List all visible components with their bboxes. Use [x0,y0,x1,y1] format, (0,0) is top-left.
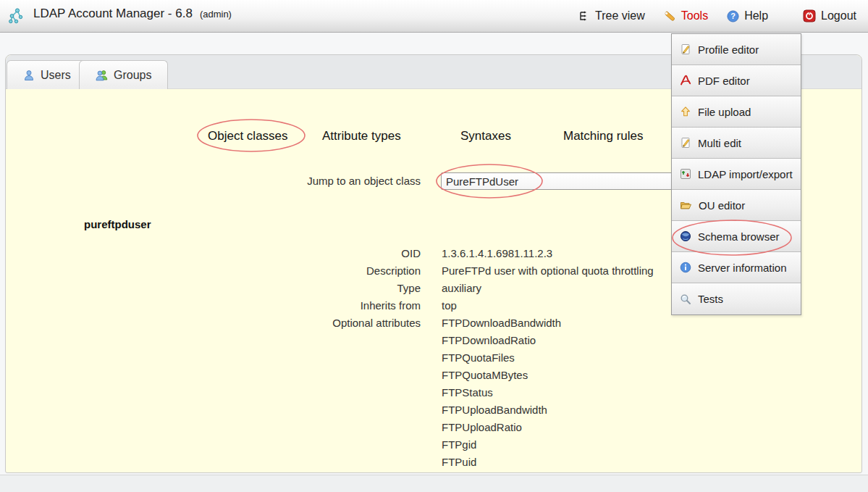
menu-item-label: Multi edit [698,137,741,149]
ou-editor-icon [680,199,692,211]
tests-icon [680,293,691,305]
menu-item-profile-editor[interactable]: Profile editor [672,34,801,65]
menu-item-label: OU editor [699,199,745,212]
optional-attribute-row: FTPUploadRatio [6,419,730,436]
detail-label: Inherits from [6,297,421,314]
optional-attribute: FTPUploadBandwidth [442,401,547,419]
tab-users-label: Users [41,69,71,82]
tools-icon [664,10,676,22]
nav-help-label: Help [744,9,768,22]
schema-tab-matching-rules[interactable]: Matching rules [563,129,644,143]
tab-groups-label: Groups [114,69,151,82]
optional-attribute: FTPgid [442,436,476,454]
nav-tree-view[interactable]: Tree view [578,9,645,22]
tab-users[interactable]: Users [7,60,88,89]
detail-row-description: DescriptionPureFTPd user with optional q… [6,262,730,280]
optional-attribute-row: FTPuid [6,454,730,471]
optional-attribute: FTPQuotaMBytes [442,367,528,384]
menu-item-pdf-editor[interactable]: PDF editor [672,65,801,96]
menu-item-multi-edit[interactable]: Multi edit [672,128,801,159]
menu-item-label: Tests [698,293,723,305]
optional-attributes-list: FTPDownloadRatio FTPQuotaFiles FTPQuotaM… [6,332,730,471]
detail-row-inherits: Inherits fromtop [6,297,730,314]
tab-groups[interactable]: Groups [79,60,168,89]
menu-item-label: Server information [698,262,787,274]
pdf-editor-icon [680,75,691,86]
optional-attribute-row: FTPgid [6,436,730,454]
nav-tools-label: Tools [681,9,708,22]
admin-badge: (admin) [200,9,232,20]
nav-logout[interactable]: Logout [803,9,856,22]
schema-tab-syntaxes[interactable]: Syntaxes [460,129,511,143]
optional-attribute: FTPQuotaFiles [442,349,515,367]
detail-value: top [442,297,457,314]
menu-item-ou-editor[interactable]: OU editor [672,190,801,221]
schema-browser-icon [680,230,691,242]
detail-row-optional-attributes: Optional attributesFTPDownloadBandwidth [6,314,730,332]
menu-item-label: Profile editor [698,43,759,56]
brand: LDAP Account Manager - 6.8 (admin) [0,7,232,25]
tree-view-icon [578,10,590,22]
server-info-icon [680,262,691,273]
jump-to-object-class-label: Jump to an object class [6,175,421,187]
app-header: LDAP Account Manager - 6.8 (admin) Tree … [0,0,868,33]
optional-attribute: FTPUploadRatio [442,419,522,436]
optional-attribute-row: FTPQuotaFiles [6,349,730,367]
menu-item-label: PDF editor [698,75,750,87]
header-nav: Tree view Tools ? Help [578,9,868,22]
menu-item-tests[interactable]: Tests [672,283,801,314]
import-export-icon [680,168,691,180]
nav-tree-view-label: Tree view [595,9,645,22]
detail-label: Optional attributes [6,314,421,332]
menu-item-server-information[interactable]: Server information [672,252,801,283]
nav-tools[interactable]: Tools [664,9,708,22]
optional-attribute: FTPDownloadRatio [442,332,536,349]
detail-value: auxiliary [442,280,481,297]
schema-tab-attribute-types[interactable]: Attribute types [322,129,401,143]
lam-logo-icon [7,7,26,25]
app-title: LDAP Account Manager - 6.8 [33,7,193,21]
detail-label: Description [6,262,421,280]
group-icon [96,70,108,81]
optional-attribute-row: FTPQuotaMBytes [6,367,730,384]
menu-item-label: Schema browser [698,230,780,243]
optional-attribute-row: FTPStatus [6,384,730,401]
nav-help[interactable]: ? Help [727,9,768,22]
detail-value: 1.3.6.1.4.1.6981.11.2.3 [442,245,552,262]
user-icon [23,70,35,81]
schema-tab-object-classes[interactable]: Object classes [208,129,288,143]
object-class-heading: pureftpduser [84,218,151,230]
detail-label: Type [6,280,421,297]
file-upload-icon [680,106,691,117]
optional-attribute: FTPDownloadBandwidth [442,314,561,332]
profile-editor-icon [680,43,691,55]
detail-row-oid: OID1.3.6.1.4.1.6981.11.2.3 [6,245,730,262]
object-class-details: OID1.3.6.1.4.1.6981.11.2.3 DescriptionPu… [6,245,730,471]
logout-icon [803,9,816,22]
optional-attribute-row: FTPUploadBandwidth [6,401,730,419]
optional-attribute-row: FTPDownloadRatio [6,332,730,349]
detail-value: PureFTPd user with optional quota thrott… [442,262,654,280]
menu-item-ldap-import-export[interactable]: LDAP import/export [672,159,801,190]
menu-item-label: LDAP import/export [698,168,793,180]
multi-edit-icon [680,137,691,149]
help-icon: ? [727,10,739,22]
menu-item-label: File upload [698,106,751,118]
optional-attribute: FTPuid [442,454,476,471]
nav-logout-label: Logout [821,9,856,22]
page-footer [0,475,868,492]
menu-item-schema-browser[interactable]: Schema browser [672,221,801,252]
menu-item-file-upload[interactable]: File upload [672,96,801,128]
detail-row-type: Typeauxiliary [6,280,730,297]
optional-attribute: FTPStatus [442,384,493,401]
tools-menu: Profile editor PDF editor File upload Mu… [671,33,801,315]
detail-label: OID [6,245,421,262]
svg-text:?: ? [730,12,736,20]
